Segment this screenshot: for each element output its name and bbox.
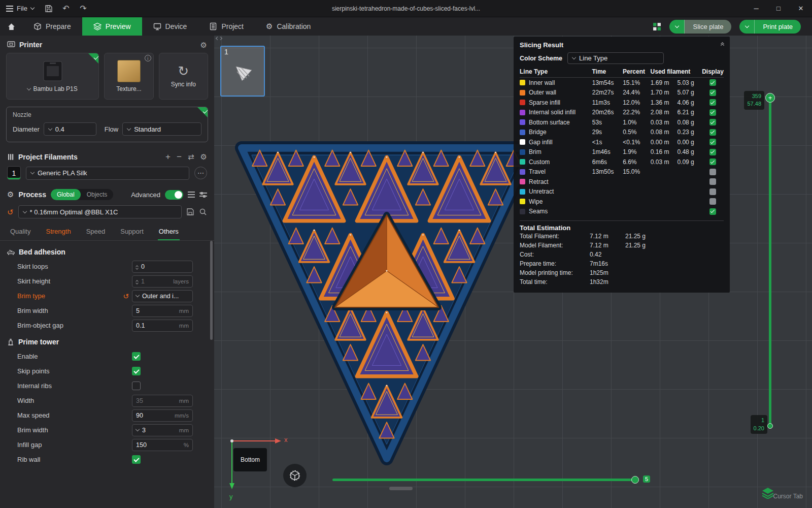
printer-dropdown-icon[interactable] [27, 86, 31, 90]
collapse-sidebar-icon[interactable] [216, 37, 222, 40]
add-filament-button[interactable]: + [165, 152, 171, 161]
tab-calibration[interactable]: ⚙ Calibration [255, 17, 322, 36]
printer-icon [7, 41, 15, 48]
display-checkbox[interactable] [709, 139, 716, 145]
minimize-button[interactable]: ─ [745, 0, 767, 17]
speed-slider-track[interactable] [332, 479, 635, 481]
preset-reset-icon[interactable]: ↺ [7, 208, 14, 216]
display-checkbox[interactable] [709, 89, 716, 96]
process-icon: ⚙ [7, 190, 14, 199]
brim-width-input[interactable]: 5 mm [132, 305, 193, 317]
process-preset-select[interactable]: * 0.16mm Optimal @BBL X1C [18, 205, 182, 218]
scope-global-button[interactable]: Global [51, 189, 81, 200]
reset-setting-icon[interactable]: ↺ [123, 292, 129, 300]
display-checkbox[interactable] [709, 158, 716, 165]
display-checkbox[interactable] [709, 188, 716, 195]
display-checkbox[interactable] [709, 129, 716, 136]
tab-others[interactable]: Others [158, 225, 180, 240]
redo-button[interactable]: ↷ [75, 0, 92, 17]
filament-more-button[interactable]: ⋯ [194, 167, 207, 179]
brim-object-gap-input[interactable]: 0.1 mm [132, 320, 193, 332]
sync-info-card[interactable]: ↻ Sync info [159, 53, 208, 100]
brim-type-select[interactable]: Outer and i... [132, 290, 193, 302]
tab-speed[interactable]: Speed [85, 225, 107, 240]
plate-thumbnail[interactable]: 1 [220, 46, 265, 97]
printer-settings-gear-icon[interactable]: ⚙ [200, 41, 207, 49]
info-icon[interactable]: i [145, 55, 151, 61]
sync-filament-icon[interactable]: ⇄ [188, 153, 194, 161]
pt-brim-width-select[interactable]: 3 mm [132, 424, 193, 436]
save-preset-icon[interactable] [186, 208, 194, 216]
maximize-button[interactable]: □ [767, 0, 790, 17]
skip-points-checkbox[interactable] [132, 367, 141, 375]
filament-settings-gear-icon[interactable]: ⚙ [200, 153, 207, 161]
prime-tower-width-input[interactable]: 35 mm [132, 395, 193, 407]
skirt-loops-input[interactable]: 0 [132, 261, 193, 273]
close-button[interactable]: ✕ [790, 0, 812, 17]
display-checkbox[interactable] [709, 99, 716, 106]
undo-button[interactable]: ↶ [57, 0, 75, 17]
tab-support[interactable]: Support [119, 225, 145, 240]
tab-prepare[interactable]: Prepare [22, 17, 82, 36]
skirt-height-input[interactable]: 1 layers [132, 275, 193, 288]
speed-slider[interactable]: 5 [332, 475, 646, 484]
slice-plate-button[interactable]: Slice plate [669, 20, 731, 34]
layer-slider[interactable]: + 359 57.48 1 0.20 [769, 94, 771, 427]
spinner-arrows-icon[interactable] [136, 264, 138, 269]
close-icon: ✕ [798, 5, 804, 12]
speed-slider-handle[interactable] [631, 476, 639, 484]
tab-quality[interactable]: Quality [9, 225, 31, 240]
layer-slider-bottom-handle[interactable] [767, 423, 773, 429]
tune-icon[interactable] [199, 192, 207, 198]
home-button[interactable] [0, 17, 22, 36]
3d-viewport[interactable]: 1 x y Bottom [214, 36, 812, 508]
color-scheme-select[interactable]: Line Type [567, 52, 664, 64]
display-checkbox[interactable] [709, 79, 716, 86]
enable-checkbox[interactable] [132, 352, 141, 361]
line-type-color-swatch [520, 110, 525, 115]
sliced-model-preview[interactable] [234, 140, 539, 467]
collapse-panel-icon[interactable] [721, 44, 724, 47]
home-icon [7, 22, 16, 31]
infill-gap-input[interactable]: 150 % [132, 439, 193, 451]
display-checkbox[interactable] [709, 169, 716, 175]
rib-wall-checkbox[interactable] [132, 455, 141, 464]
tab-project[interactable]: Project [198, 17, 255, 36]
assembly-view-icon[interactable] [653, 22, 661, 31]
line-type-percent: 12.0% [623, 99, 651, 106]
display-checkbox[interactable] [709, 198, 716, 205]
line-type-used-m: 0.00 m [651, 139, 678, 146]
nozzle-diameter-select[interactable]: 0.4 [44, 122, 96, 136]
printer-card[interactable]: Bambu Lab P1S [6, 53, 99, 100]
sidebar-scrollbar[interactable] [210, 241, 213, 340]
tab-device[interactable]: Device [142, 17, 198, 36]
nozzle-flow-select[interactable]: Standard [122, 122, 201, 136]
tab-preview[interactable]: Preview [82, 17, 142, 36]
print-dropdown-icon[interactable] [739, 20, 755, 34]
spinner-arrows-icon[interactable] [136, 279, 138, 284]
advanced-toggle[interactable] [165, 190, 183, 200]
remove-filament-button[interactable]: − [177, 152, 182, 161]
save-button[interactable] [40, 0, 57, 17]
horizontal-scrollbar[interactable] [389, 487, 413, 490]
scope-objects-button[interactable]: Objects [81, 189, 114, 200]
display-checkbox[interactable] [709, 119, 716, 125]
display-checkbox[interactable] [709, 149, 716, 155]
filament-select[interactable]: Generic PLA Silk [26, 167, 189, 180]
tab-strength[interactable]: Strength [45, 225, 72, 240]
layer-slider-top-handle[interactable]: + [765, 93, 775, 103]
display-checkbox[interactable] [709, 178, 716, 185]
max-speed-input[interactable]: 90 mm/s [132, 409, 193, 422]
plate-texture-card[interactable]: i Texture... [104, 53, 153, 100]
display-checkbox[interactable] [709, 109, 716, 116]
display-checkbox[interactable] [709, 208, 716, 215]
print-plate-button[interactable]: Print plate [739, 20, 801, 34]
slice-dropdown-icon[interactable] [669, 20, 685, 34]
internal-ribs-checkbox[interactable] [132, 382, 141, 390]
orientation-gizmo[interactable] [283, 464, 307, 487]
filament-slot-number[interactable]: 1 [7, 166, 21, 180]
expand-list-icon[interactable] [188, 194, 195, 195]
file-menu[interactable]: File [0, 0, 40, 17]
layer-view-button[interactable] [761, 487, 774, 499]
search-preset-icon[interactable] [199, 208, 207, 216]
